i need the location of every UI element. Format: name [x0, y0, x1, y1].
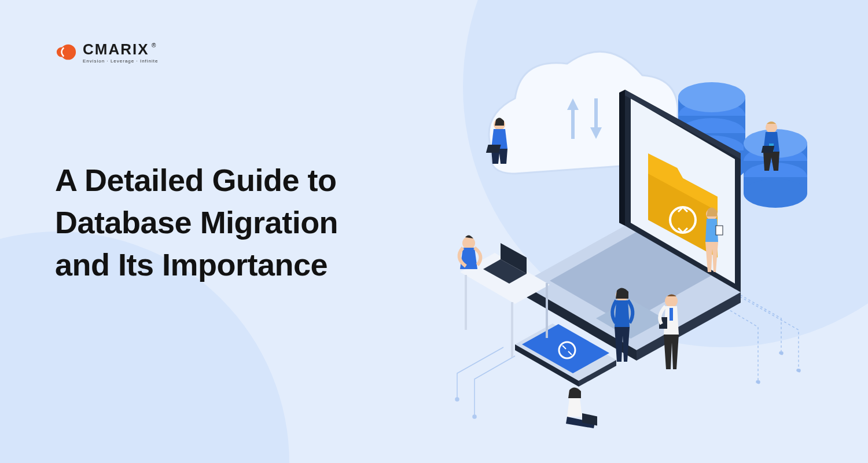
registered-mark: ® [152, 42, 156, 49]
svg-point-23 [744, 179, 807, 208]
svg-rect-35 [762, 146, 775, 153]
brand-logo: CMARIX ® Envision · Leverage · Infinite [55, 41, 159, 64]
svg-point-2 [779, 351, 783, 355]
svg-point-16 [678, 82, 745, 112]
person-at-desk-icon [459, 235, 481, 269]
svg-rect-28 [511, 302, 513, 357]
svg-rect-37 [716, 226, 723, 235]
svg-rect-29 [546, 283, 548, 338]
svg-rect-32 [486, 145, 501, 153]
svg-point-3 [797, 369, 800, 372]
svg-point-4 [756, 380, 760, 384]
person-woman-laptop-floor-icon [566, 387, 597, 428]
page-title: A Detailed Guide toDatabase Migrationand… [55, 159, 338, 286]
svg-point-5 [455, 398, 459, 401]
logo-mark-icon [55, 41, 77, 63]
circuit-lines-left-icon [455, 347, 515, 418]
svg-point-6 [473, 415, 476, 418]
svg-rect-27 [465, 275, 467, 330]
brand-tagline: Envision · Leverage · Infinite [83, 58, 159, 64]
svg-rect-40 [670, 308, 673, 321]
svg-point-30 [462, 237, 475, 249]
brand-name: CMARIX [83, 41, 149, 58]
hero-illustration [399, 23, 833, 457]
svg-point-39 [665, 295, 678, 307]
